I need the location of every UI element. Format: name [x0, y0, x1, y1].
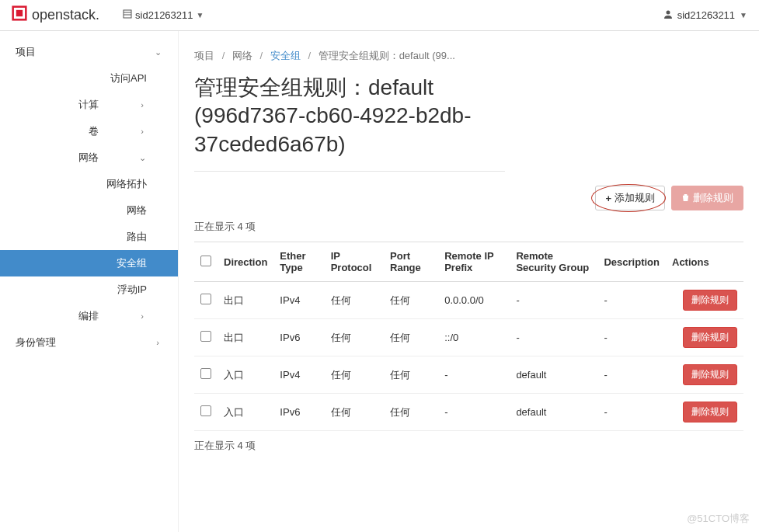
project-name: sid21263211 [135, 9, 193, 21]
sidebar-label: 编排 [78, 309, 99, 323]
building-icon [123, 9, 132, 21]
user-name: sid21263211 [677, 9, 735, 21]
sidebar-label: 计算 [78, 98, 99, 112]
table-row: 入口IPv4任何任何-default-删除规则 [194, 356, 743, 394]
sidebar-group-volume[interactable]: 卷 › [0, 118, 178, 144]
col-actions: Actions [666, 242, 743, 282]
delete-rule-button[interactable]: 删除规则 [683, 290, 737, 311]
brand-logo[interactable]: openstack. [12, 5, 99, 25]
sidebar-group-orchestration[interactable]: 编排 › [0, 303, 178, 329]
trash-icon [681, 193, 690, 204]
brand-text: openstack. [32, 7, 99, 23]
cell-description: - [597, 282, 666, 319]
cell-remote-ip: - [438, 356, 510, 394]
col-ether-type[interactable]: Ether Type [273, 242, 324, 282]
cell-remote-sg: - [510, 319, 597, 356]
cell-range: 任何 [384, 319, 438, 356]
col-remote-sg[interactable]: Remote Security Group [510, 242, 597, 282]
sidebar-item-topology[interactable]: 网络拓扑 [0, 171, 178, 197]
cell-direction: 入口 [218, 356, 273, 394]
sidebar-item-routers[interactable]: 路由 [0, 224, 178, 250]
cell-range: 任何 [384, 356, 438, 394]
cell-remote-ip: ::/0 [438, 319, 510, 356]
col-port-range[interactable]: Port Range [384, 242, 438, 282]
showing-count-top: 正在显示 4 项 [194, 220, 743, 234]
table-header-row: Direction Ether Type IP Protocol Port Ra… [194, 242, 743, 282]
cell-range: 任何 [384, 394, 438, 431]
showing-count-bottom: 正在显示 4 项 [194, 439, 743, 453]
page-title: 管理安全组规则：default (996d7367-cb60-4922-b2db… [194, 74, 505, 172]
svg-point-5 [666, 11, 670, 15]
sidebar-group-project[interactable]: 项目 ⌄ [0, 39, 178, 65]
cell-direction: 入口 [218, 394, 273, 431]
col-description[interactable]: Description [597, 242, 666, 282]
table-toolbar: + 添加规则 删除规则 [194, 186, 743, 210]
chevron-down-icon: ▼ [740, 11, 747, 19]
cell-description: - [597, 356, 666, 394]
col-direction[interactable]: Direction [218, 242, 273, 282]
cell-description: - [597, 394, 666, 431]
sidebar-group-compute[interactable]: 计算 › [0, 92, 178, 118]
cell-proto: 任何 [325, 282, 384, 319]
sidebar-label: 身份管理 [16, 336, 56, 349]
top-navbar: openstack. sid21263211 ▼ sid21263211 ▼ [0, 0, 759, 31]
cell-direction: 出口 [218, 282, 273, 319]
breadcrumb-sep: / [222, 50, 225, 61]
row-checkbox[interactable] [200, 294, 211, 304]
row-checkbox[interactable] [200, 368, 211, 379]
delete-rule-button[interactable]: 删除规则 [683, 327, 737, 348]
select-all-checkbox[interactable] [200, 256, 211, 266]
delete-rule-button[interactable]: 删除规则 [683, 364, 737, 385]
cell-ether: IPv4 [273, 356, 324, 394]
cell-remote-sg: default [510, 394, 597, 431]
sidebar-label: 网络 [78, 151, 99, 165]
plus-icon: + [605, 193, 611, 204]
user-menu[interactable]: sid21263211 ▼ [663, 9, 747, 21]
delete-rules-button[interactable]: 删除规则 [671, 186, 743, 210]
sidebar-item-access-api[interactable]: 访问API [0, 65, 178, 92]
breadcrumb-item[interactable]: 项目 [194, 50, 214, 61]
col-remote-ip[interactable]: Remote IP Prefix [438, 242, 510, 282]
sidebar-label: 卷 [89, 124, 99, 138]
cell-remote-sg: default [510, 356, 597, 394]
row-checkbox[interactable] [200, 331, 211, 342]
rules-table: Direction Ether Type IP Protocol Port Ra… [194, 242, 743, 431]
cell-proto: 任何 [325, 394, 384, 431]
breadcrumb-item[interactable]: 网络 [232, 50, 252, 61]
sidebar-item-floating-ip[interactable]: 浮动IP [0, 276, 178, 303]
sidebar: 项目 ⌄ 访问API 计算 › 卷 › 网络 ⌄ 网络拓扑 网络 路由 安全组 … [0, 31, 179, 532]
table-row: 出口IPv6任何任何::/0--删除规则 [194, 319, 743, 356]
cell-proto: 任何 [325, 319, 384, 356]
breadcrumb-sep: / [308, 50, 311, 61]
breadcrumb-current: 管理安全组规则：default (99... [319, 50, 455, 61]
chevron-right-icon: › [138, 127, 147, 136]
breadcrumb-item-secgroups[interactable]: 安全组 [270, 50, 301, 61]
delete-rule-button[interactable]: 删除规则 [683, 402, 737, 422]
svg-rect-2 [124, 10, 131, 18]
chevron-right-icon: › [138, 311, 147, 321]
sidebar-group-network[interactable]: 网络 ⌄ [0, 144, 178, 171]
table-row: 入口IPv6任何任何-default-删除规则 [194, 394, 743, 431]
add-rule-button[interactable]: + 添加规则 [595, 186, 665, 210]
sidebar-item-networks[interactable]: 网络 [0, 197, 178, 224]
chevron-down-icon: ⌄ [153, 47, 162, 57]
sidebar-group-identity[interactable]: 身份管理 › [0, 329, 178, 356]
svg-rect-1 [16, 10, 23, 16]
project-selector[interactable]: sid21263211 ▼ [123, 9, 204, 21]
user-icon [663, 9, 673, 21]
cell-remote-ip: - [438, 394, 510, 431]
chevron-down-icon: ▼ [197, 11, 204, 19]
cell-remote-sg: - [510, 282, 597, 319]
main-content: 项目 / 网络 / 安全组 / 管理安全组规则：default (99... 管… [179, 31, 759, 532]
cell-direction: 出口 [218, 319, 273, 356]
chevron-right-icon: › [138, 100, 147, 110]
row-checkbox[interactable] [200, 405, 211, 416]
cell-remote-ip: 0.0.0.0/0 [438, 282, 510, 319]
cell-proto: 任何 [325, 356, 384, 394]
col-ip-protocol[interactable]: IP Protocol [325, 242, 384, 282]
button-label: 删除规则 [693, 191, 733, 205]
col-checkbox [194, 242, 218, 282]
cell-ether: IPv6 [273, 319, 324, 356]
chevron-down-icon: ⌄ [138, 153, 147, 163]
sidebar-item-secgroups[interactable]: 安全组 [0, 250, 178, 276]
